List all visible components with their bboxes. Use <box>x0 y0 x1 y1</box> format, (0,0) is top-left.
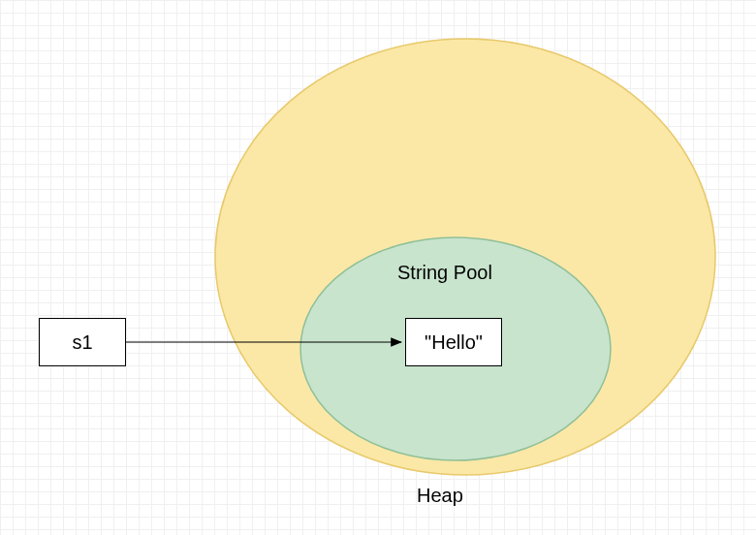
variable-name: s1 <box>72 331 92 354</box>
string-pool-label: String Pool <box>397 262 492 284</box>
heap-label: Heap <box>417 485 463 507</box>
string-value-box: "Hello" <box>405 318 502 366</box>
diagram-canvas <box>0 0 756 535</box>
string-value: "Hello" <box>425 331 483 354</box>
variable-box: s1 <box>39 318 126 366</box>
